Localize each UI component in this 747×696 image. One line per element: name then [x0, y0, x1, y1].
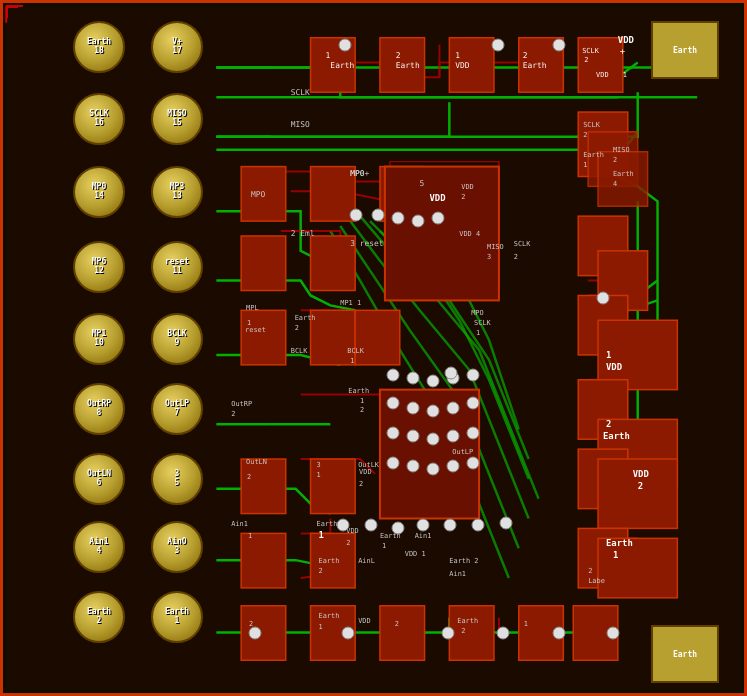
svg-text:VDD: VDD	[596, 71, 609, 79]
svg-text:2: 2	[606, 419, 611, 429]
connector-P7: OutLP7	[151, 383, 203, 435]
svg-text:1: 1	[613, 550, 618, 560]
svg-text:1: 1	[382, 542, 386, 550]
svg-text:Earth: Earth	[583, 151, 604, 159]
svg-text:1: 1	[606, 350, 611, 360]
svg-text:MPO: MPO	[251, 190, 266, 199]
svg-rect-40	[519, 606, 564, 661]
connector-P5: 35	[151, 453, 203, 505]
svg-text:Earth: Earth	[318, 557, 339, 565]
connector-P9: BCLK9	[151, 313, 203, 365]
svg-text:MISO: MISO	[487, 243, 504, 251]
svg-text:AinL: AinL	[358, 557, 375, 565]
connector-P8: OutRP8	[73, 383, 125, 435]
svg-text:Earth: Earth	[603, 431, 630, 441]
svg-text:2: 2	[638, 481, 643, 491]
svg-text:MP1 1: MP1 1	[340, 299, 361, 307]
svg-text:+: +	[620, 47, 625, 57]
svg-text:Earth: Earth	[348, 387, 369, 395]
svg-text:Earth: Earth	[330, 61, 354, 70]
svg-text:Ain1: Ain1	[415, 532, 432, 540]
svg-text:SCLK: SCLK	[583, 121, 601, 129]
svg-rect-41	[573, 606, 618, 661]
svg-text:3: 3	[316, 461, 320, 469]
svg-text:Earth: Earth	[606, 538, 633, 548]
svg-text:1: 1	[524, 620, 528, 628]
svg-text:2: 2	[583, 131, 587, 139]
corner-pad-top-right: Earth	[651, 21, 719, 79]
svg-text:Ain1: Ain1	[231, 520, 248, 528]
svg-text:Earth: Earth	[396, 61, 420, 70]
svg-text:2: 2	[247, 473, 251, 481]
svg-text:2: 2	[360, 406, 364, 414]
svg-rect-28	[241, 459, 286, 514]
svg-text:5: 5	[420, 179, 425, 188]
svg-text:VDD: VDD	[633, 469, 649, 479]
svg-text:Earth: Earth	[380, 532, 401, 540]
svg-text:Earth: Earth	[316, 520, 337, 528]
svg-text:VDD: VDD	[358, 617, 371, 625]
svg-text:3: 3	[487, 253, 491, 261]
svg-text:Earth: Earth	[295, 314, 316, 322]
svg-text:MISO: MISO	[613, 146, 630, 154]
svg-text:VDD: VDD	[606, 362, 622, 372]
svg-text:VDD: VDD	[461, 183, 474, 191]
connector-P16: SCLK16	[73, 93, 125, 145]
svg-text:2: 2	[231, 410, 235, 418]
svg-rect-38	[380, 606, 425, 661]
svg-text:4: 4	[613, 180, 617, 188]
connector-P3: AinO3	[151, 521, 203, 573]
svg-text:reset: reset	[245, 326, 266, 334]
svg-text:2: 2	[396, 51, 401, 60]
svg-text:2: 2	[461, 193, 465, 201]
svg-text:VDD: VDD	[618, 35, 634, 45]
svg-text:BCLK: BCLK	[347, 347, 365, 355]
svg-text:2: 2	[395, 620, 399, 628]
svg-text:2: 2	[523, 51, 528, 60]
svg-text:MISO: MISO	[291, 120, 310, 129]
svg-text:VDD: VDD	[359, 468, 372, 476]
svg-text:2: 2	[584, 56, 588, 64]
svg-text:Earth: Earth	[613, 170, 634, 178]
connector-P1: Earth1	[151, 591, 203, 643]
svg-rect-14	[598, 152, 648, 207]
corner-pad-bottom-right: Earth	[651, 625, 719, 683]
svg-text:VDD 4: VDD 4	[459, 230, 480, 238]
svg-text:OutRP: OutRP	[231, 400, 252, 408]
connector-P6: OutLN6	[73, 453, 125, 505]
svg-text:1: 1	[350, 357, 354, 365]
svg-rect-21	[311, 310, 356, 365]
svg-text:2: 2	[318, 567, 322, 575]
svg-text:1: 1	[476, 329, 480, 337]
svg-text:Earth 2: Earth 2	[449, 557, 478, 565]
svg-text:VDD: VDD	[430, 193, 446, 203]
svg-text:VDD: VDD	[346, 527, 359, 535]
svg-rect-39	[449, 606, 494, 661]
svg-text:OutLP: OutLP	[452, 448, 473, 456]
svg-text:VDD 1: VDD 1	[405, 550, 426, 558]
connector-P18: Earth18	[73, 21, 125, 73]
connector-P11: reset11	[151, 241, 203, 293]
connector-P13: MP313	[151, 166, 203, 218]
connector-P12: MP612	[73, 241, 125, 293]
connector-P14: MP014	[73, 166, 125, 218]
pcb-board: 1 Earth 2 Earth 1 VDD 2 Earth SCLK 2 VDD…	[0, 0, 747, 696]
svg-text:Ain1: Ain1	[449, 570, 466, 578]
svg-text:1: 1	[316, 471, 320, 479]
svg-text:1: 1	[360, 397, 364, 405]
svg-rect-22	[355, 310, 400, 365]
svg-text:2: 2	[613, 156, 617, 164]
svg-text:2: 2	[295, 324, 299, 332]
svg-text:Labe: Labe	[588, 577, 605, 585]
svg-rect-32	[241, 533, 286, 588]
svg-text:2: 2	[588, 567, 592, 575]
svg-text:OutLN: OutLN	[246, 458, 267, 466]
svg-text:SCLK: SCLK	[291, 88, 310, 97]
svg-rect-36	[241, 606, 286, 661]
svg-text:SCLK: SCLK	[582, 47, 600, 55]
connector-P10: MP110	[73, 313, 125, 365]
svg-text:Earth: Earth	[318, 612, 339, 620]
svg-text:Earth: Earth	[457, 617, 478, 625]
svg-text:2 Eml: 2 Eml	[291, 229, 315, 238]
svg-text:1: 1	[623, 71, 627, 79]
